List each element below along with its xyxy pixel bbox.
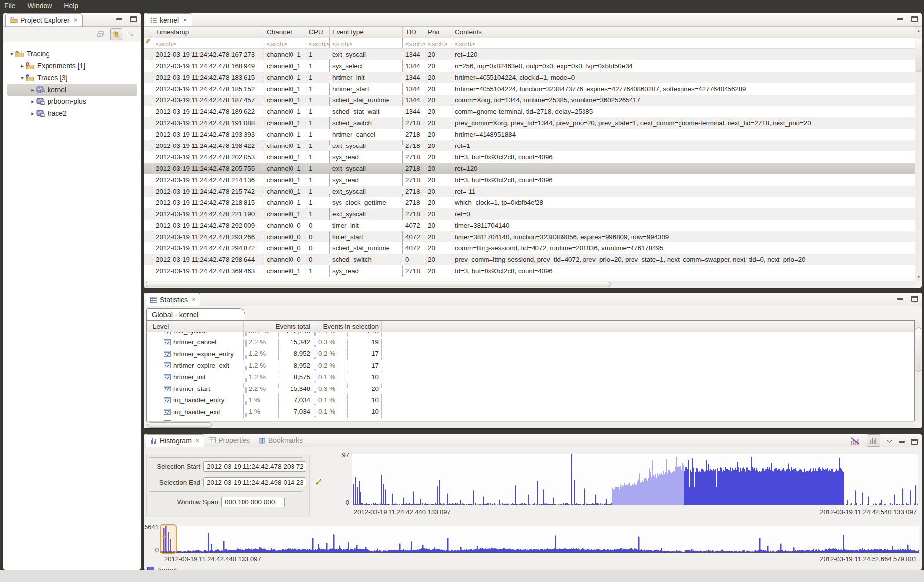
minimize-icon[interactable]: [116, 18, 122, 20]
stats-row[interactable]: hrtimer_cancel2.2 %15,3420.3 %19: [147, 337, 914, 348]
table-row[interactable]: 2012-03-19 11:24:42.478 298 644channel0_…: [144, 254, 915, 265]
table-row[interactable]: 2012-03-19 11:24:42.478 202 053channel0_…: [144, 151, 915, 163]
full-histogram-chart[interactable]: +: [160, 526, 919, 553]
table-row[interactable]: 2012-03-19 11:24:42.478 198 422channel0_…: [144, 140, 915, 151]
scrollbar-thumb[interactable]: [916, 327, 921, 372]
chevron-down-icon[interactable]: ▾: [19, 75, 26, 81]
table-row[interactable]: 2012-03-19 11:24:42.478 183 615channel0_…: [144, 72, 915, 83]
column-header-prio[interactable]: Prio: [425, 27, 452, 38]
view-menu-icon[interactable]: [126, 28, 138, 40]
scrollbar-thumb[interactable]: [146, 282, 611, 287]
chevron-right-icon[interactable]: ▸: [19, 63, 26, 69]
stats-column-events-in-selection[interactable]: Events in selection: [313, 321, 382, 332]
close-icon[interactable]: ✕: [195, 438, 199, 443]
filter-input-channel[interactable]: <srch>: [264, 38, 306, 48]
table-row[interactable]: 2012-03-19 11:24:42.478 218 815channel0_…: [144, 197, 915, 208]
stats-column-events-total[interactable]: Events total: [244, 321, 313, 332]
stats-row[interactable]: irq_handler_exit1 %7,0340.1 %10: [147, 406, 914, 417]
tab-histogram[interactable]: Histogram✕: [146, 434, 204, 447]
tab-properties[interactable]: Properties: [204, 434, 254, 447]
stats-row[interactable]: irq_handler_entry1 %7,0340.1 %10: [147, 394, 914, 406]
table-row[interactable]: 2012-03-19 11:24:42.478 191 088channel0_…: [144, 117, 915, 129]
zoom-histogram-chart[interactable]: [352, 454, 918, 505]
link-with-editor-button[interactable]: [110, 28, 122, 40]
statistics-horizontal-scrollbar[interactable]: [146, 421, 915, 428]
menu-item-file[interactable]: File: [4, 2, 16, 10]
column-header-channel[interactable]: Channel: [264, 27, 306, 38]
stats-row[interactable]: hrtimer_init1.2 %8,5750.1 %10: [147, 371, 914, 383]
sidebar-item-prboom-plus[interactable]: ▸prboom-plus: [3, 96, 141, 107]
filter-input-contents[interactable]: <srch>: [452, 38, 915, 48]
sidebar-item-trace2[interactable]: ▸trace2: [3, 107, 141, 119]
selection-start-input[interactable]: [203, 461, 306, 472]
tab-bookmarks[interactable]: Bookmarks: [254, 434, 307, 447]
chevron-down-icon[interactable]: ▾: [8, 51, 15, 57]
table-row[interactable]: 2012-03-19 11:24:42.478 215 742channel0_…: [144, 186, 915, 197]
collapse-all-button[interactable]: [95, 28, 107, 40]
statistics-vertical-scrollbar[interactable]: [915, 320, 922, 421]
filter-input-timestamp[interactable]: <srch>: [153, 38, 264, 48]
menu-item-help[interactable]: Help: [64, 2, 78, 10]
table-row[interactable]: 2012-03-19 11:24:42.478 292 009channel0_…: [144, 220, 915, 231]
scrollbar-thumb[interactable]: [916, 37, 921, 72]
table-row[interactable]: 2012-03-19 11:24:42.478 189 622channel0_…: [144, 106, 915, 117]
statistics-global-tab[interactable]: Global - kernel: [146, 308, 245, 321]
statistics-clipped-row[interactable]: exit_syscall30.2 %212,7452.4 %245: [147, 332, 914, 337]
close-icon[interactable]: ✕: [74, 17, 78, 23]
table-row[interactable]: 2012-03-19 11:24:42.478 193 393channel0_…: [144, 129, 915, 140]
chevron-right-icon[interactable]: ▸: [29, 98, 36, 105]
table-row[interactable]: 2012-03-19 11:24:42.478 214 136channel0_…: [144, 174, 915, 186]
activate-trace-coloring-icon[interactable]: [867, 434, 880, 447]
stats-row[interactable]: hrtimer_expire_exit1.2 %8,9520.2 %17: [147, 360, 914, 371]
table-row[interactable]: 2012-03-19 11:24:42.478 293 266channel0_…: [144, 231, 915, 242]
filter-input-cpu[interactable]: <srch>: [306, 38, 330, 48]
table-row[interactable]: 2012-03-19 11:24:42.478 294 872channel0_…: [144, 242, 915, 254]
table-row[interactable]: 2012-03-19 11:24:42.478 187 457channel0_…: [144, 95, 915, 106]
sidebar-item-tracing[interactable]: ▾TTracing: [3, 48, 141, 60]
stats-row[interactable]: itimer_expire0 %50 %0: [147, 418, 914, 421]
stats-row-clipped[interactable]: exit_syscall30.2 %212,7452.4 %245: [147, 332, 914, 337]
chevron-right-icon[interactable]: ▸: [29, 110, 36, 117]
tab-kernel-events[interactable]: kernel ✕: [146, 13, 192, 26]
filter-input-tid[interactable]: <srch>: [403, 38, 425, 48]
sidebar-item-kernel[interactable]: ▸kernel: [3, 84, 141, 96]
scrollbar-thumb[interactable]: [147, 422, 212, 428]
maximize-icon[interactable]: [911, 439, 918, 445]
column-header-contents[interactable]: Contents: [452, 27, 915, 38]
maximize-icon[interactable]: [130, 16, 137, 22]
menu-item-window[interactable]: Window: [28, 2, 52, 10]
stats-column-level[interactable]: Level: [147, 321, 244, 332]
table-row[interactable]: 2012-03-19 11:24:42.478 221 190channel0_…: [144, 208, 915, 220]
hide-lost-events-icon[interactable]: [850, 437, 860, 445]
column-header-tid[interactable]: TID: [403, 27, 425, 38]
stats-row[interactable]: hrtimer_expire_entry1.2 %8,9520.2 %17: [147, 348, 914, 359]
column-header-event-type[interactable]: Event type: [330, 27, 403, 38]
stats-row[interactable]: hrtimer_start2.2 %15,3460.3 %20: [147, 383, 914, 394]
tab-project-explorer[interactable]: Project Explorer ✕: [5, 13, 83, 26]
events-vertical-scrollbar[interactable]: ▲ ▼: [915, 27, 922, 281]
sidebar-item-traces-3-[interactable]: ▾oTraces [3]: [3, 72, 141, 84]
tab-statistics[interactable]: Statistics ✕: [146, 293, 200, 306]
view-menu-icon[interactable]: [887, 440, 892, 443]
selection-end-input[interactable]: [203, 477, 306, 487]
table-row[interactable]: 2012-03-19 11:24:42.478 369 463channel0_…: [144, 265, 915, 277]
filter-input-event-type[interactable]: <srch>: [330, 38, 403, 48]
close-icon[interactable]: ✕: [192, 297, 195, 302]
close-icon[interactable]: ✕: [183, 17, 187, 23]
events-horizontal-scrollbar[interactable]: [144, 281, 915, 288]
minimize-icon[interactable]: [899, 441, 905, 443]
sidebar-item-experiments-1-[interactable]: ▸Experiments [1]: [3, 60, 141, 72]
filter-input-prio[interactable]: <srch>: [425, 38, 452, 48]
chevron-right-icon[interactable]: ▸: [29, 87, 36, 93]
scroll-up-icon[interactable]: ▲: [915, 27, 922, 35]
table-row[interactable]: 2012-03-19 11:24:42.478 167 273channel0_…: [144, 49, 915, 60]
table-row[interactable]: 2012-03-19 11:24:42.478 168 949channel0_…: [144, 60, 915, 72]
table-row[interactable]: 2012-03-19 11:24:42.478 205 755channel0_…: [144, 163, 915, 174]
maximize-icon[interactable]: [911, 16, 918, 22]
window-span-input[interactable]: [221, 497, 285, 507]
maximize-icon[interactable]: [911, 296, 918, 302]
minimize-icon[interactable]: [897, 298, 903, 300]
table-row[interactable]: 2012-03-19 11:24:42.478 185 152channel0_…: [144, 83, 915, 95]
column-header-timestamp[interactable]: Timestamp: [153, 27, 264, 38]
minimize-icon[interactable]: [897, 18, 903, 20]
